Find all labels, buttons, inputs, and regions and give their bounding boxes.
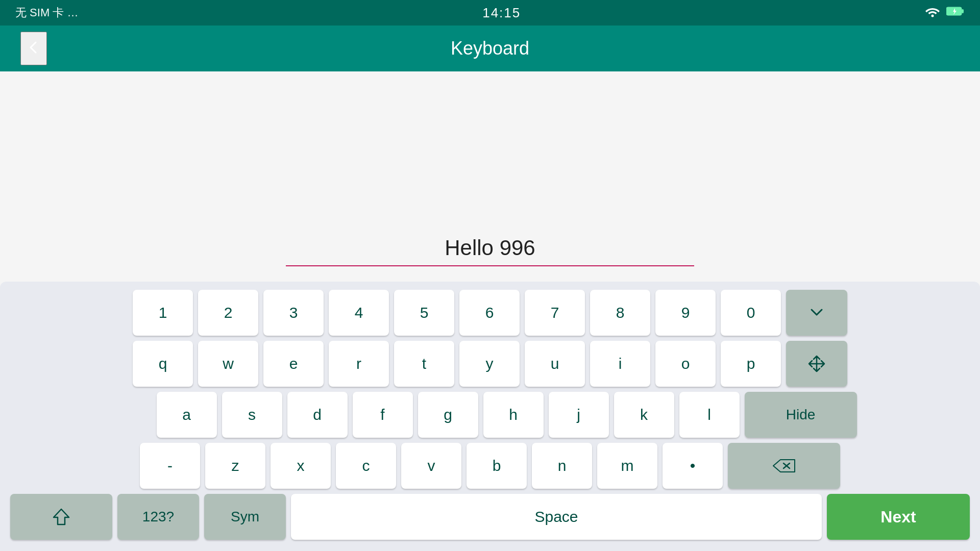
svg-rect-2	[962, 9, 964, 13]
key-1[interactable]: 1	[133, 290, 193, 336]
key-b[interactable]: b	[467, 443, 527, 489]
key-i[interactable]: i	[590, 341, 650, 387]
key-period[interactable]: •	[663, 443, 723, 489]
text-display[interactable]: Hello 996	[286, 231, 694, 266]
svg-point-0	[932, 15, 934, 17]
wifi-icon	[925, 5, 940, 20]
battery-icon	[946, 6, 965, 19]
key-q[interactable]: q	[133, 341, 193, 387]
key-d[interactable]: d	[287, 392, 348, 438]
key-u[interactable]: u	[525, 341, 585, 387]
text-field-container: Hello 996	[286, 231, 694, 266]
key-g[interactable]: g	[418, 392, 478, 438]
key-j[interactable]: j	[549, 392, 609, 438]
key-4[interactable]: 4	[329, 290, 389, 336]
key-3[interactable]: 3	[263, 290, 324, 336]
keyboard-area: 1 2 3 4 5 6 7 8 9 0 q w e r t y u	[0, 282, 980, 551]
key-s[interactable]: s	[222, 392, 282, 438]
key-v[interactable]: v	[401, 443, 461, 489]
key-y[interactable]: y	[459, 341, 520, 387]
key-z[interactable]: z	[205, 443, 265, 489]
key-backspace[interactable]	[728, 443, 840, 489]
key-6[interactable]: 6	[459, 290, 520, 336]
key-h[interactable]: h	[483, 392, 544, 438]
key-k[interactable]: k	[614, 392, 674, 438]
status-time: 14:15	[482, 5, 521, 21]
keyboard-row-z: - z x c v b n m •	[10, 443, 970, 489]
key-move[interactable]	[786, 341, 847, 387]
key-8[interactable]: 8	[590, 290, 650, 336]
status-right	[925, 5, 965, 20]
keyboard-row-bottom: 123? Sym Space Next	[10, 494, 970, 540]
key-shift[interactable]	[10, 494, 112, 540]
key-9[interactable]: 9	[655, 290, 716, 336]
keyboard-row-a: a s d f g h j k l Hide	[10, 392, 970, 438]
content-area: Hello 996 1 2 3 4 5 6 7 8 9 0 q w	[0, 71, 980, 551]
key-c[interactable]: c	[336, 443, 396, 489]
key-123[interactable]: 123?	[117, 494, 199, 540]
key-hide[interactable]: Hide	[745, 392, 857, 438]
key-f[interactable]: f	[353, 392, 413, 438]
app-bar: Keyboard	[0, 26, 980, 71]
back-button[interactable]	[20, 32, 47, 65]
key-7[interactable]: 7	[525, 290, 585, 336]
key-5[interactable]: 5	[394, 290, 454, 336]
key-p[interactable]: p	[721, 341, 781, 387]
key-collapse[interactable]	[786, 290, 847, 336]
key-a[interactable]: a	[157, 392, 217, 438]
key-w[interactable]: w	[198, 341, 258, 387]
key-o[interactable]: o	[655, 341, 716, 387]
status-left: 无 SIM 卡 …	[15, 5, 78, 20]
key-0[interactable]: 0	[721, 290, 781, 336]
app-title: Keyboard	[451, 38, 529, 59]
keyboard-row-numbers: 1 2 3 4 5 6 7 8 9 0	[10, 290, 970, 336]
key-e[interactable]: e	[263, 341, 324, 387]
key-r[interactable]: r	[329, 341, 389, 387]
sim-text: 无 SIM 卡 …	[15, 5, 78, 20]
key-m[interactable]: m	[597, 443, 657, 489]
key-2[interactable]: 2	[198, 290, 258, 336]
status-bar: 无 SIM 卡 … 14:15	[0, 0, 980, 26]
key-space[interactable]: Space	[291, 494, 822, 540]
key-t[interactable]: t	[394, 341, 454, 387]
key-l[interactable]: l	[679, 392, 740, 438]
key-x[interactable]: x	[271, 443, 331, 489]
key-next[interactable]: Next	[827, 494, 970, 540]
key-sym[interactable]: Sym	[204, 494, 286, 540]
key-dash[interactable]: -	[140, 443, 200, 489]
keyboard-row-q: q w e r t y u i o p	[10, 341, 970, 387]
key-n[interactable]: n	[532, 443, 592, 489]
